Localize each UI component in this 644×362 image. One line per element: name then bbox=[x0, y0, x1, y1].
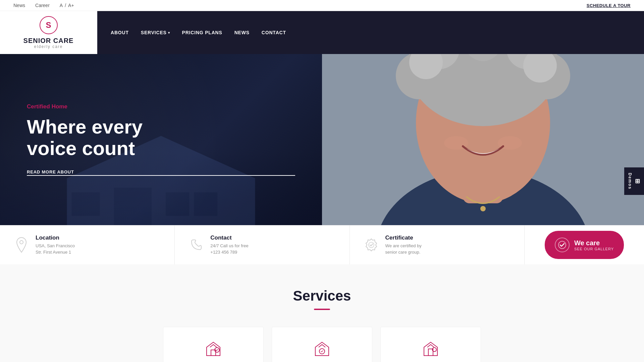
nav-item-contact[interactable]: CONTACT bbox=[262, 27, 286, 39]
hero-title-line1: Where every bbox=[27, 116, 143, 138]
info-contact: Contact 24/7 Call us for free +123 456 7… bbox=[175, 225, 350, 264]
we-care-text: We care SEE OUR GALLERY bbox=[574, 239, 614, 251]
nav-label-news: NEWS bbox=[234, 30, 250, 35]
certificate-line1: We are certified by bbox=[385, 243, 422, 249]
nav-label-about: ABOUT bbox=[111, 30, 129, 35]
font-size-toggle: A / A+ bbox=[60, 3, 74, 8]
demos-label: Demos bbox=[628, 172, 632, 189]
location-line2: Str. First Avenue 1 bbox=[36, 249, 75, 256]
location-content: Location USA, San Francisco Str. First A… bbox=[36, 235, 75, 256]
demos-tab[interactable]: ⊞ Demos bbox=[624, 167, 644, 195]
svg-rect-2 bbox=[166, 192, 189, 216]
info-bar: Location USA, San Francisco Str. First A… bbox=[0, 225, 644, 264]
certificate-title: Certificate bbox=[385, 235, 422, 241]
we-care-main: We care bbox=[574, 239, 614, 247]
top-bar: News Career A / A+ SCHEDULE A TOUR bbox=[0, 0, 644, 11]
career-link[interactable]: Career bbox=[35, 3, 50, 8]
contact-line1: 24/7 Call us for free bbox=[210, 243, 248, 249]
hero-title: Where every voice count bbox=[27, 116, 295, 159]
svg-rect-1 bbox=[114, 188, 152, 225]
nav-item-services[interactable]: SERVICES ▾ bbox=[141, 27, 170, 39]
hero-cta-button[interactable]: READ MORE ABOUT bbox=[27, 169, 295, 176]
service-icon-3 bbox=[422, 341, 439, 360]
hero-photo-bg bbox=[322, 54, 644, 225]
svg-point-24 bbox=[369, 242, 374, 248]
we-care-wrapper: We care SEE OUR GALLERY bbox=[525, 225, 644, 264]
logo-letter: S bbox=[46, 20, 51, 30]
info-certificate: Certificate We are certified by senior c… bbox=[350, 225, 525, 264]
hero-portrait bbox=[322, 54, 644, 225]
contact-line2: +123 456 789 bbox=[210, 249, 248, 256]
font-small[interactable]: A bbox=[60, 3, 63, 8]
we-care-sub: SEE OUR GALLERY bbox=[574, 247, 614, 251]
svg-rect-3 bbox=[194, 192, 217, 216]
location-title: Location bbox=[36, 235, 75, 241]
services-section: Services bbox=[0, 264, 644, 362]
top-bar-links: News Career A / A+ bbox=[13, 3, 74, 8]
we-care-button[interactable]: We care SEE OUR GALLERY bbox=[545, 231, 624, 259]
certificate-content: Certificate We are certified by senior c… bbox=[385, 235, 422, 256]
certificate-line2: senior care group. bbox=[385, 249, 422, 256]
logo-tagline: elderly care bbox=[34, 44, 63, 49]
nav-item-about[interactable]: ABOUT bbox=[111, 27, 129, 39]
service-card-3 bbox=[380, 327, 481, 362]
nav-label-pricing: PRICING PLANS bbox=[182, 30, 222, 35]
font-large[interactable]: A+ bbox=[68, 3, 74, 8]
svg-point-23 bbox=[20, 241, 23, 244]
hero-certified-label: Certified Home bbox=[27, 103, 295, 110]
service-card-2 bbox=[272, 327, 372, 362]
nav-label-contact: CONTACT bbox=[262, 30, 286, 35]
svg-point-25 bbox=[558, 241, 566, 249]
phone-icon bbox=[188, 237, 204, 253]
news-link[interactable]: News bbox=[13, 3, 25, 8]
header: S SENIOR CARE elderly care ABOUT SERVICE… bbox=[0, 11, 644, 54]
info-location: Location USA, San Francisco Str. First A… bbox=[0, 225, 175, 264]
svg-rect-4 bbox=[72, 192, 100, 216]
hero-left-panel: Certified Home Where every voice count R… bbox=[0, 54, 322, 225]
location-icon bbox=[13, 237, 30, 253]
logo-circle: S bbox=[40, 16, 58, 34]
we-care-check-icon bbox=[555, 238, 570, 252]
services-divider bbox=[314, 309, 330, 310]
contact-title: Contact bbox=[210, 235, 248, 241]
service-icon-2 bbox=[314, 341, 330, 360]
schedule-tour-button[interactable]: SCHEDULE A TOUR bbox=[587, 3, 631, 8]
logo-brand: SENIOR CARE bbox=[23, 37, 74, 44]
contact-content: Contact 24/7 Call us for free +123 456 7… bbox=[210, 235, 248, 256]
nav-item-news[interactable]: NEWS bbox=[234, 27, 250, 39]
font-separator: / bbox=[65, 3, 66, 8]
service-icon-1 bbox=[205, 341, 222, 360]
nav-label-services: SERVICES bbox=[141, 30, 167, 35]
location-line1: USA, San Francisco bbox=[36, 243, 75, 249]
hero-right-panel bbox=[322, 54, 644, 225]
main-nav: ABOUT SERVICES ▾ PRICING PLANS NEWS CONT… bbox=[97, 11, 644, 54]
hero-section: Certified Home Where every voice count R… bbox=[0, 54, 644, 225]
logo[interactable]: S SENIOR CARE elderly care bbox=[0, 11, 97, 54]
service-card-1 bbox=[163, 327, 264, 362]
chevron-down-icon: ▾ bbox=[168, 31, 170, 35]
services-grid bbox=[13, 327, 631, 362]
certificate-icon bbox=[363, 237, 379, 253]
hero-title-line2: voice count bbox=[27, 137, 135, 159]
demos-icon: ⊞ bbox=[635, 177, 641, 185]
svg-point-22 bbox=[480, 206, 486, 211]
nav-item-pricing[interactable]: PRICING PLANS bbox=[182, 27, 222, 39]
services-title: Services bbox=[13, 288, 631, 304]
